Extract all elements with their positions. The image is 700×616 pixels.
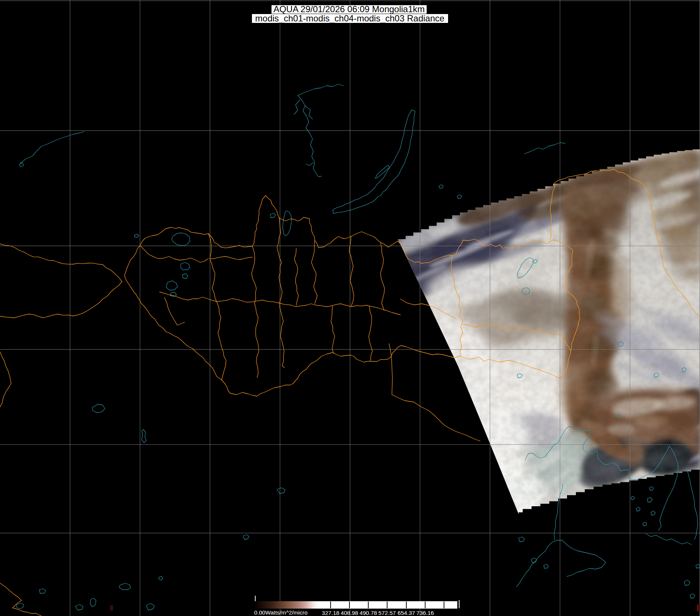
svg-text:490.78: 490.78	[359, 610, 377, 616]
svg-text:0.00Watts/m^2/micro: 0.00Watts/m^2/micro	[254, 609, 308, 616]
svg-text:modis_ch01-modis_ch04-modis_ch: modis_ch01-modis_ch04-modis_ch03 Radianc…	[255, 13, 444, 23]
svg-text:408.98: 408.98	[341, 610, 358, 616]
svg-text:AQUA 29/01/2026 06:09 Mongolia: AQUA 29/01/2026 06:09 Mongolia1km	[273, 4, 425, 14]
svg-text:572.57: 572.57	[378, 610, 396, 616]
svg-text:736.16: 736.16	[416, 610, 434, 616]
svg-text:327.18: 327.18	[322, 610, 339, 616]
svg-text:654.37: 654.37	[397, 610, 415, 616]
